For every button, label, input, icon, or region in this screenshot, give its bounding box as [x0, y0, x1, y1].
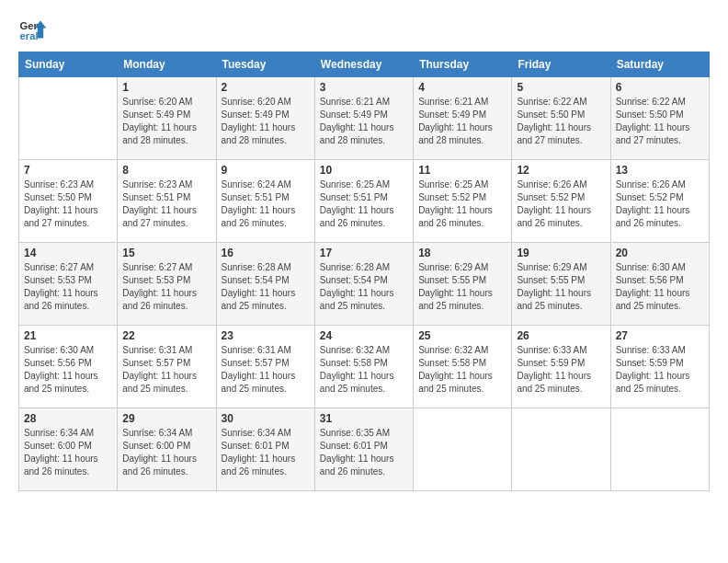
day-number: 16 — [222, 247, 310, 259]
day-number: 30 — [222, 412, 310, 425]
calendar-cell: 18Sunrise: 6:29 AM Sunset: 5:55 PM Dayli… — [414, 243, 512, 326]
day-number: 9 — [222, 164, 310, 177]
calendar-week-1: 1Sunrise: 6:20 AM Sunset: 5:49 PM Daylig… — [19, 77, 710, 160]
calendar-cell: 3Sunrise: 6:21 AM Sunset: 5:49 PM Daylig… — [314, 77, 413, 160]
calendar-cell: 9Sunrise: 6:24 AM Sunset: 5:51 PM Daylig… — [216, 160, 314, 243]
calendar-cell: 14Sunrise: 6:27 AM Sunset: 5:53 PM Dayli… — [19, 243, 118, 326]
day-number: 18 — [418, 247, 506, 259]
calendar-cell: 29Sunrise: 6:34 AM Sunset: 6:00 PM Dayli… — [118, 408, 216, 491]
day-info: Sunrise: 6:21 AM Sunset: 5:49 PM Dayligh… — [320, 96, 408, 147]
day-info: Sunrise: 6:35 AM Sunset: 6:01 PM Dayligh… — [320, 427, 408, 478]
day-number: 6 — [616, 81, 704, 94]
day-number: 15 — [122, 247, 210, 259]
calendar-cell: 13Sunrise: 6:26 AM Sunset: 5:52 PM Dayli… — [610, 160, 709, 243]
day-info: Sunrise: 6:23 AM Sunset: 5:50 PM Dayligh… — [24, 178, 112, 230]
day-number: 22 — [122, 329, 210, 342]
day-number: 4 — [418, 81, 506, 94]
day-number: 5 — [517, 81, 605, 94]
day-number: 8 — [122, 164, 210, 177]
day-number: 17 — [320, 247, 408, 259]
calendar-cell: 26Sunrise: 6:33 AM Sunset: 5:59 PM Dayli… — [512, 326, 610, 408]
day-header-thursday: Thursday — [414, 52, 512, 77]
day-info: Sunrise: 6:32 AM Sunset: 5:58 PM Dayligh… — [320, 344, 408, 396]
calendar-cell: 27Sunrise: 6:33 AM Sunset: 5:59 PM Dayli… — [610, 326, 709, 408]
day-info: Sunrise: 6:33 AM Sunset: 5:59 PM Dayligh… — [616, 344, 704, 396]
calendar-table: SundayMondayTuesdayWednesdayThursdayFrid… — [18, 52, 710, 491]
day-info: Sunrise: 6:24 AM Sunset: 5:51 PM Dayligh… — [222, 178, 310, 230]
day-info: Sunrise: 6:27 AM Sunset: 5:53 PM Dayligh… — [122, 261, 210, 313]
calendar-cell: 15Sunrise: 6:27 AM Sunset: 5:53 PM Dayli… — [118, 243, 216, 326]
calendar-cell: 1Sunrise: 6:20 AM Sunset: 5:49 PM Daylig… — [118, 77, 216, 160]
day-header-sunday: Sunday — [19, 52, 118, 77]
calendar-week-3: 14Sunrise: 6:27 AM Sunset: 5:53 PM Dayli… — [19, 243, 710, 326]
day-number: 24 — [320, 329, 408, 342]
calendar-cell: 10Sunrise: 6:25 AM Sunset: 5:51 PM Dayli… — [314, 160, 413, 243]
svg-text:eral: eral — [20, 30, 39, 41]
calendar-cell: 31Sunrise: 6:35 AM Sunset: 6:01 PM Dayli… — [314, 408, 413, 491]
day-number: 7 — [24, 164, 112, 177]
day-info: Sunrise: 6:32 AM Sunset: 5:58 PM Dayligh… — [418, 344, 506, 396]
day-number: 11 — [418, 164, 506, 177]
day-info: Sunrise: 6:26 AM Sunset: 5:52 PM Dayligh… — [517, 178, 605, 230]
day-info: Sunrise: 6:28 AM Sunset: 5:54 PM Dayligh… — [320, 261, 408, 313]
calendar-cell: 6Sunrise: 6:22 AM Sunset: 5:50 PM Daylig… — [610, 77, 709, 160]
day-number: 3 — [320, 81, 408, 94]
calendar-cell: 7Sunrise: 6:23 AM Sunset: 5:50 PM Daylig… — [19, 160, 118, 243]
day-number: 20 — [616, 247, 704, 259]
calendar-week-2: 7Sunrise: 6:23 AM Sunset: 5:50 PM Daylig… — [19, 160, 710, 243]
day-number: 23 — [222, 329, 310, 342]
calendar-cell — [414, 408, 512, 491]
page-header: Gen eral — [18, 15, 710, 44]
day-info: Sunrise: 6:28 AM Sunset: 5:54 PM Dayligh… — [222, 261, 310, 313]
day-info: Sunrise: 6:27 AM Sunset: 5:53 PM Dayligh… — [24, 261, 112, 313]
calendar-cell — [610, 408, 709, 491]
calendar-cell: 20Sunrise: 6:30 AM Sunset: 5:56 PM Dayli… — [610, 243, 709, 326]
logo: Gen eral — [18, 15, 51, 44]
day-info: Sunrise: 6:33 AM Sunset: 5:59 PM Dayligh… — [517, 344, 605, 396]
logo-icon: Gen eral — [18, 15, 48, 44]
calendar-cell: 25Sunrise: 6:32 AM Sunset: 5:58 PM Dayli… — [414, 326, 512, 408]
calendar-cell: 4Sunrise: 6:21 AM Sunset: 5:49 PM Daylig… — [414, 77, 512, 160]
calendar-cell: 22Sunrise: 6:31 AM Sunset: 5:57 PM Dayli… — [118, 326, 216, 408]
day-info: Sunrise: 6:20 AM Sunset: 5:49 PM Dayligh… — [122, 96, 210, 147]
day-info: Sunrise: 6:30 AM Sunset: 5:56 PM Dayligh… — [616, 261, 704, 313]
day-info: Sunrise: 6:23 AM Sunset: 5:51 PM Dayligh… — [122, 178, 210, 230]
day-number: 13 — [616, 164, 704, 177]
day-number: 14 — [24, 247, 112, 259]
calendar-cell: 24Sunrise: 6:32 AM Sunset: 5:58 PM Dayli… — [314, 326, 413, 408]
day-info: Sunrise: 6:31 AM Sunset: 5:57 PM Dayligh… — [122, 344, 210, 396]
day-number: 31 — [320, 412, 408, 425]
day-info: Sunrise: 6:29 AM Sunset: 5:55 PM Dayligh… — [517, 261, 605, 313]
calendar-week-4: 21Sunrise: 6:30 AM Sunset: 5:56 PM Dayli… — [19, 326, 710, 408]
day-header-friday: Friday — [512, 52, 610, 77]
day-info: Sunrise: 6:29 AM Sunset: 5:55 PM Dayligh… — [418, 261, 506, 313]
calendar-cell: 5Sunrise: 6:22 AM Sunset: 5:50 PM Daylig… — [512, 77, 610, 160]
day-header-monday: Monday — [118, 52, 216, 77]
calendar-cell: 30Sunrise: 6:34 AM Sunset: 6:01 PM Dayli… — [216, 408, 314, 491]
day-info: Sunrise: 6:34 AM Sunset: 6:00 PM Dayligh… — [122, 427, 210, 478]
calendar-cell: 28Sunrise: 6:34 AM Sunset: 6:00 PM Dayli… — [19, 408, 118, 491]
day-number: 1 — [122, 81, 210, 94]
day-info: Sunrise: 6:22 AM Sunset: 5:50 PM Dayligh… — [616, 96, 704, 147]
calendar-cell: 8Sunrise: 6:23 AM Sunset: 5:51 PM Daylig… — [118, 160, 216, 243]
day-number: 21 — [24, 329, 112, 342]
day-info: Sunrise: 6:30 AM Sunset: 5:56 PM Dayligh… — [24, 344, 112, 396]
calendar-cell: 11Sunrise: 6:25 AM Sunset: 5:52 PM Dayli… — [414, 160, 512, 243]
calendar-cell — [19, 77, 118, 160]
days-header-row: SundayMondayTuesdayWednesdayThursdayFrid… — [19, 52, 710, 77]
calendar-cell: 2Sunrise: 6:20 AM Sunset: 5:49 PM Daylig… — [216, 77, 314, 160]
day-info: Sunrise: 6:22 AM Sunset: 5:50 PM Dayligh… — [517, 96, 605, 147]
calendar-cell: 23Sunrise: 6:31 AM Sunset: 5:57 PM Dayli… — [216, 326, 314, 408]
day-number: 25 — [418, 329, 506, 342]
day-header-saturday: Saturday — [610, 52, 709, 77]
day-info: Sunrise: 6:25 AM Sunset: 5:52 PM Dayligh… — [418, 178, 506, 230]
day-number: 27 — [616, 329, 704, 342]
calendar-cell: 12Sunrise: 6:26 AM Sunset: 5:52 PM Dayli… — [512, 160, 610, 243]
day-number: 26 — [517, 329, 605, 342]
day-info: Sunrise: 6:25 AM Sunset: 5:51 PM Dayligh… — [320, 178, 408, 230]
day-number: 10 — [320, 164, 408, 177]
calendar-cell: 21Sunrise: 6:30 AM Sunset: 5:56 PM Dayli… — [19, 326, 118, 408]
day-info: Sunrise: 6:34 AM Sunset: 6:01 PM Dayligh… — [222, 427, 310, 478]
calendar-cell: 19Sunrise: 6:29 AM Sunset: 5:55 PM Dayli… — [512, 243, 610, 326]
day-info: Sunrise: 6:20 AM Sunset: 5:49 PM Dayligh… — [222, 96, 310, 147]
